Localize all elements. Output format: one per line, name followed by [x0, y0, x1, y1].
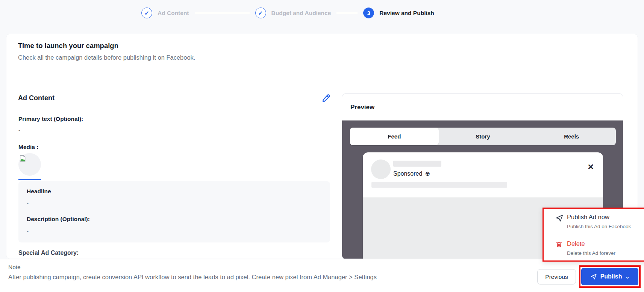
review-and-publish-page: ✓ Ad Content ✓ Budget and Audience 3 Rev…: [0, 0, 644, 292]
avatar: [371, 160, 391, 179]
primary-text-value: -: [18, 127, 20, 133]
description-label: Description (Optional):: [27, 216, 90, 223]
check-icon: ✓: [255, 8, 266, 18]
send-icon: [590, 273, 597, 280]
tab-story[interactable]: Story: [439, 128, 527, 145]
tab-reels[interactable]: Reels: [527, 128, 616, 145]
stepper-connector: [336, 13, 358, 14]
step-label-budget-audience: Budget and Audience: [271, 10, 331, 17]
media-label: Media :: [18, 144, 38, 151]
description-value: -: [27, 228, 29, 234]
step-budget-audience[interactable]: ✓ Budget and Audience: [255, 8, 331, 18]
menu-item-description: Delete this Ad forever: [567, 250, 615, 256]
page-name-placeholder: [393, 161, 441, 167]
publish-highlight-outline: Publish ⌄: [579, 265, 641, 288]
menu-item-description: Publish this Ad on Facebook: [567, 224, 631, 229]
menu-item-delete[interactable]: Delete Delete this Ad forever: [544, 240, 644, 262]
preview-title: Preview: [350, 104, 374, 111]
publish-button[interactable]: Publish ⌄: [581, 268, 638, 285]
stepper-connector: [195, 13, 250, 14]
sponsored-label: Sponsored: [393, 170, 422, 177]
previous-button[interactable]: Previous: [537, 269, 576, 284]
chevron-down-icon: ⌄: [625, 274, 629, 279]
note-title: Note: [8, 264, 21, 271]
sponsored-row: Sponsored ⊕: [393, 170, 430, 177]
special-ad-category-label: Special Ad Category:: [18, 250, 79, 256]
page-subtitle: Check all the campaign details before pu…: [18, 54, 195, 61]
globe-icon: ⊕: [425, 170, 430, 177]
divider: [6, 81, 638, 81]
step-number-badge: 3: [363, 8, 374, 18]
campaign-stepper: ✓ Ad Content ✓ Budget and Audience 3 Rev…: [141, 8, 434, 18]
step-label-ad-content: Ad Content: [158, 10, 189, 17]
publish-button-label: Publish: [600, 273, 622, 280]
pencil-icon: [321, 94, 330, 104]
step-review-publish[interactable]: 3 Review and Publish: [363, 8, 434, 18]
tab-feed[interactable]: Feed: [350, 128, 439, 145]
ad-text-summary-box: Headline - Description (Optional): -: [18, 181, 330, 242]
step-ad-content[interactable]: ✓ Ad Content: [141, 8, 189, 18]
publish-context-menu: Publish Ad now Publish this Ad on Facebo…: [542, 208, 644, 262]
ad-content-section-title: Ad Content: [18, 94, 55, 102]
headline-value: -: [27, 200, 29, 206]
step-label-review-publish: Review and Publish: [379, 10, 434, 17]
headline-label: Headline: [27, 188, 51, 195]
preview-tab-bar: Feed Story Reels: [350, 128, 616, 145]
close-icon[interactable]: ✕: [587, 163, 594, 171]
footer-bar: Note After publishing campaign, create c…: [0, 259, 644, 292]
menu-item-label: Delete: [567, 240, 585, 247]
menu-item-publish-ad-now[interactable]: Publish Ad now Publish this Ad on Facebo…: [544, 214, 644, 235]
primary-text-label: Primary text (Optional):: [18, 116, 83, 122]
menu-item-label: Publish Ad now: [567, 214, 609, 221]
media-active-indicator: [18, 179, 41, 180]
page-title: Time to launch your campaign: [18, 42, 118, 50]
trash-icon: [555, 241, 564, 249]
send-icon: [555, 214, 564, 222]
primary-text-placeholder: [371, 182, 507, 188]
edit-ad-content-button[interactable]: [320, 93, 332, 105]
check-icon: ✓: [141, 8, 152, 18]
media-thumbnail[interactable]: [18, 153, 41, 176]
note-text: After publishing campaign, create conver…: [8, 274, 377, 281]
